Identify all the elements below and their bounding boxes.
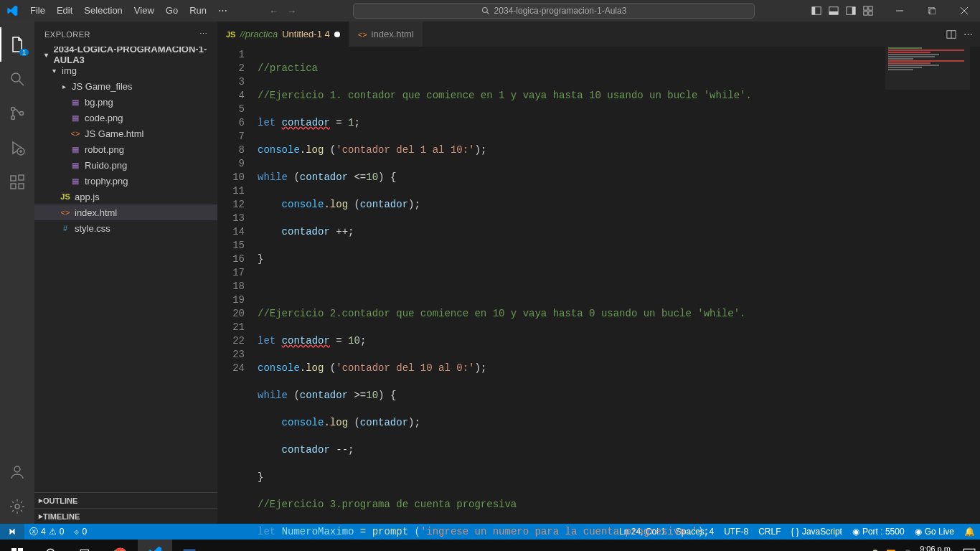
outline-label: OUTLINE [43, 496, 77, 505]
line-number: 14 [217, 225, 258, 239]
customize-layout-icon[interactable] [863, 6, 873, 16]
line-number: 24 [217, 362, 258, 375]
activity-account[interactable] [0, 455, 34, 489]
tree-file[interactable]: <>JS Game.html [34, 126, 217, 141]
remote-button[interactable] [0, 524, 24, 540]
file-label: Ruido.png [85, 160, 127, 171]
tree-file[interactable]: ▦code.png [34, 110, 217, 126]
tree-file[interactable]: ▦Ruido.png [34, 157, 217, 173]
sidebar-header: EXPLORER ⋯ [34, 22, 217, 47]
action-center-button[interactable]: 2 [963, 547, 976, 551]
image-icon: ▦ [69, 98, 82, 107]
css-icon: # [59, 224, 72, 232]
js-icon: JS [226, 30, 235, 39]
tree-file-selected[interactable]: <>index.html [34, 204, 217, 220]
problems-button[interactable]: ⓧ4 ⚠0 [24, 524, 69, 540]
warning-icon: ⚠ [49, 527, 57, 537]
svg-point-0 [482, 8, 487, 13]
tree-file[interactable]: #style.css [34, 220, 217, 236]
activity-scm[interactable] [0, 96, 34, 131]
toggle-secondary-sidebar-icon[interactable] [846, 6, 856, 16]
task-view-button[interactable] [69, 540, 103, 551]
menu-selection[interactable]: Selection [78, 0, 128, 22]
explorer-badge: 1 [19, 49, 29, 56]
file-label: code.png [85, 113, 123, 123]
svg-rect-32 [18, 548, 23, 551]
minimap[interactable] [885, 47, 970, 90]
menu-view[interactable]: View [128, 0, 160, 22]
activity-debug[interactable] [0, 131, 34, 165]
word-app[interactable]: W [172, 540, 207, 551]
line-number: 10 [217, 171, 258, 184]
ports-button[interactable]: ⟐0 [69, 524, 92, 540]
line-number: 18 [217, 280, 258, 293]
split-editor-icon[interactable] [946, 29, 956, 39]
tree-root[interactable]: ▾ 2034-LOGICA-PROGRAMACION-1-AULA3 [34, 47, 217, 62]
start-button[interactable] [0, 540, 34, 551]
tab-suffix: Untitled-1 4 [282, 29, 329, 39]
tree-file[interactable]: ▦bg.png [34, 94, 217, 110]
toggle-primary-sidebar-icon[interactable] [811, 6, 821, 16]
maximize-button[interactable] [915, 0, 948, 22]
ports-count: 0 [82, 527, 87, 537]
svg-rect-5 [829, 11, 838, 14]
outline-section[interactable]: ▸ OUTLINE [34, 492, 217, 508]
tree-file[interactable]: ▦robot.png [34, 141, 217, 157]
line-number: 19 [217, 293, 258, 307]
line-number: 8 [217, 143, 258, 157]
image-icon: ▦ [69, 176, 82, 186]
tab-index[interactable]: <> index.html [349, 22, 423, 47]
line-number: 3 [217, 75, 258, 89]
radio-tower-icon: ⟐ [74, 527, 79, 537]
svg-point-27 [14, 466, 20, 472]
line-number: 15 [217, 239, 258, 253]
code-editor[interactable]: 1 2 3 4 5 6 7 8 9 10 11 12 13 14 15 16 1… [217, 47, 980, 551]
menu-go[interactable]: Go [160, 0, 184, 22]
menu-edit[interactable]: Edit [51, 0, 78, 22]
line-number: 22 [217, 334, 258, 348]
folder-label: JS Game_files [72, 81, 133, 92]
sidebar-more-icon[interactable]: ⋯ [199, 29, 208, 39]
timeline-section[interactable]: ▸ TIMELINE [34, 508, 217, 524]
command-center[interactable]: 2034-logica-programacion-1-Aula3 [353, 3, 755, 19]
activity-settings[interactable] [0, 489, 34, 524]
menu-more[interactable]: ⋯ [212, 0, 233, 22]
svg-point-20 [11, 116, 15, 120]
html-icon: <> [358, 30, 367, 39]
activity-explorer[interactable]: 1 [0, 27, 34, 62]
layout-controls [811, 6, 873, 16]
nav-arrows: ← → [269, 6, 296, 17]
menu-run[interactable]: Run [184, 0, 212, 22]
menu-file[interactable]: File [24, 0, 51, 22]
minimize-button[interactable] [883, 0, 915, 22]
tab-practica[interactable]: JS //practica Untitled-1 4 [217, 22, 349, 47]
tree-file[interactable]: JSapp.js [34, 189, 217, 204]
svg-line-1 [486, 12, 489, 14]
more-actions-icon[interactable]: ⋯ [963, 29, 973, 39]
svg-point-17 [11, 73, 20, 82]
line-number: 11 [217, 184, 258, 198]
code-content[interactable]: //practica //Ejercicio 1. contador que c… [258, 47, 980, 551]
menu-bar: File Edit Selection View Go Run ⋯ [24, 0, 233, 22]
svg-rect-11 [869, 11, 872, 15]
toggle-panel-icon[interactable] [829, 6, 839, 16]
chrome-app[interactable] [103, 540, 138, 551]
search-button[interactable] [34, 540, 69, 551]
nav-back[interactable]: ← [269, 6, 278, 17]
line-number: 6 [217, 116, 258, 130]
line-number: 9 [217, 157, 258, 171]
svg-rect-25 [19, 184, 24, 189]
nav-forward[interactable]: → [287, 6, 296, 17]
search-icon [481, 6, 490, 15]
tree-folder-jsgame[interactable]: ▸ JS Game_files [34, 78, 217, 94]
tree-file[interactable]: ▦trophy.png [34, 173, 217, 189]
close-button[interactable] [948, 0, 980, 22]
image-icon: ▦ [69, 113, 82, 123]
titlebar: File Edit Selection View Go Run ⋯ ← → 20… [0, 0, 980, 22]
activity-extensions[interactable] [0, 165, 34, 199]
vscode-app[interactable] [138, 540, 172, 551]
activity-search[interactable] [0, 62, 34, 96]
svg-point-28 [15, 504, 19, 509]
file-label: bg.png [85, 97, 113, 108]
line-number: 20 [217, 307, 258, 321]
